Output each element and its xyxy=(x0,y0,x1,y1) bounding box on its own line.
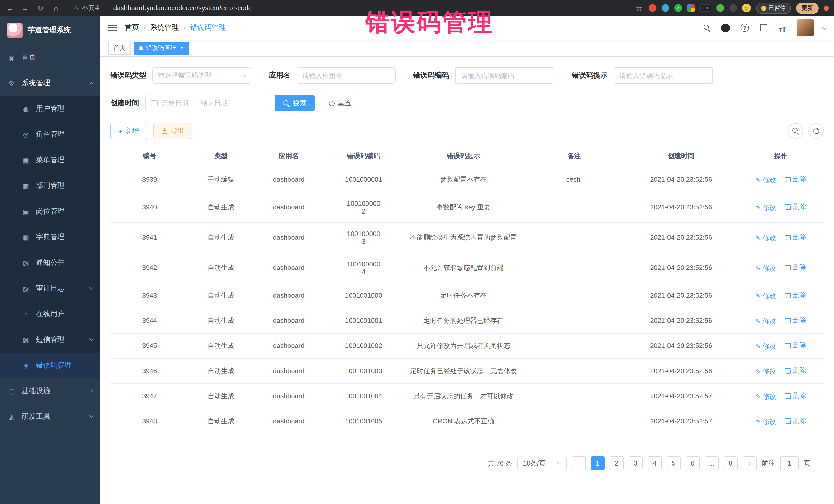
table-row: 3947 自动生成 dashboard 1001001004 只有开启状态的任务… xyxy=(110,384,824,409)
sidebar-item-dictionary[interactable]: ▥ 字典管理 xyxy=(0,224,100,250)
error-type-select[interactable]: 请选择错误码类型 xyxy=(152,67,251,84)
extension-icon[interactable] xyxy=(649,4,656,12)
menu-tree-icon: ▤ xyxy=(22,156,30,164)
toggle-search-button[interactable] xyxy=(788,123,803,138)
sidebar-item-menus[interactable]: ▤ 菜单管理 xyxy=(0,147,100,173)
edit-link[interactable]: ✎ 修改 xyxy=(755,367,776,376)
sidebar-item-infrastructure[interactable]: ▢ 基础设施 xyxy=(0,378,100,404)
extension-puzzle-icon[interactable] xyxy=(729,4,737,12)
help-icon[interactable]: ? xyxy=(740,23,750,33)
github-icon[interactable] xyxy=(721,23,731,33)
edit-link[interactable]: ✎ 修改 xyxy=(755,392,776,401)
delete-link[interactable]: 删除 xyxy=(785,174,806,183)
next-page-button[interactable]: › xyxy=(743,456,756,470)
edit-link[interactable]: ✎ 修改 xyxy=(755,342,776,351)
extension-icon[interactable] xyxy=(662,4,669,12)
edit-link[interactable]: ✎ 修改 xyxy=(755,316,776,326)
edit-link[interactable]: ✎ 修改 xyxy=(755,417,776,426)
error-hint-input[interactable] xyxy=(614,67,713,84)
filter-error-code: 错误码编码 xyxy=(413,67,554,84)
delete-link[interactable]: 删除 xyxy=(785,341,806,350)
page-button-5[interactable]: 5 xyxy=(667,456,681,470)
close-icon[interactable]: × xyxy=(180,45,184,51)
page-button-3[interactable]: 3 xyxy=(629,456,642,470)
home-icon[interactable]: ⌂ xyxy=(51,4,61,12)
search-icon[interactable] xyxy=(702,23,712,33)
sidebar-item-sms[interactable]: ▩ 短信管理 xyxy=(0,327,100,353)
delete-link[interactable]: 删除 xyxy=(785,391,806,400)
page-button-6[interactable]: 6 xyxy=(686,456,700,470)
sidebar-item-roles[interactable]: ◎ 角色管理 xyxy=(0,122,100,147)
delete-link[interactable]: 删除 xyxy=(785,315,806,325)
address-bar[interactable]: dashboard.yudao.iocoder.cn/system/error-… xyxy=(113,4,628,12)
sidebar-item-error-code[interactable]: ◈ 错误码管理 xyxy=(0,353,100,378)
link-label: 修改 xyxy=(763,264,776,273)
sidebar-item-system[interactable]: ⚙ 系统管理 xyxy=(0,70,100,96)
sidebar-item-audit-log[interactable]: ▨ 审计日志 xyxy=(0,276,100,301)
page-button-4[interactable]: 4 xyxy=(648,456,662,470)
fullscreen-icon[interactable] xyxy=(759,23,769,33)
browser-profile-avatar[interactable]: ☺ xyxy=(742,4,751,12)
delete-link[interactable]: 删除 xyxy=(785,263,806,272)
filter-create-time: 创建时间 开始日期 - 结束日期 xyxy=(110,95,268,111)
delete-link[interactable]: 删除 xyxy=(785,290,806,300)
export-button[interactable]: 导出 xyxy=(153,123,192,139)
page-button-2[interactable]: 2 xyxy=(610,456,623,470)
tab-home[interactable]: 首页 xyxy=(108,41,131,54)
delete-link[interactable]: 删除 xyxy=(785,232,806,241)
chrome-update-button[interactable]: 更新 xyxy=(796,2,819,14)
edit-link[interactable]: ✎ 修改 xyxy=(755,264,776,273)
tab-error-code[interactable]: 错误码管理 × xyxy=(134,41,189,54)
sidebar-item-home[interactable]: ◉ 首页 xyxy=(0,45,100,70)
bookmark-star-icon[interactable]: ☆ xyxy=(634,4,643,12)
sidebar-item-devtools[interactable]: ◭ 研发工具 xyxy=(0,404,100,430)
refresh-table-button[interactable] xyxy=(808,123,824,138)
sidebar-item-departments[interactable]: ▦ 部门管理 xyxy=(0,173,100,199)
paused-badge[interactable]: 已暂停 xyxy=(756,2,791,14)
edit-link[interactable]: ✎ 修改 xyxy=(755,175,776,184)
user-avatar[interactable] xyxy=(796,19,814,37)
error-code-input[interactable] xyxy=(455,67,554,84)
app-logo[interactable]: 芋道管理系统 xyxy=(0,16,100,45)
search-button[interactable]: 搜索 xyxy=(275,95,314,111)
security-indicator[interactable]: ⚠ 不安全 xyxy=(73,4,101,12)
cell-code: 100100000 3 xyxy=(324,222,403,253)
delete-link[interactable]: 删除 xyxy=(785,366,806,375)
link-label: 删除 xyxy=(793,366,806,375)
breadcrumb-system[interactable]: 系统管理 xyxy=(150,23,179,32)
hamburger-icon[interactable] xyxy=(108,25,116,31)
sidebar-item-users[interactable]: ◍ 用户管理 xyxy=(0,96,100,122)
delete-link[interactable]: 删除 xyxy=(785,416,806,425)
cell-app: dashboard xyxy=(253,253,324,283)
reset-button[interactable]: 重置 xyxy=(321,95,359,111)
tags-bar: 首页 错误码管理 × xyxy=(100,40,834,57)
breadcrumb-home[interactable]: 首页 xyxy=(125,23,139,32)
font-size-icon[interactable]: TT xyxy=(777,23,788,33)
goto-page-input[interactable] xyxy=(780,456,798,470)
sidebar-item-posts[interactable]: ▣ 岗位管理 xyxy=(0,199,100,224)
extension-icon[interactable] xyxy=(717,4,724,12)
page-button-8[interactable]: 8 xyxy=(724,456,738,470)
delete-link[interactable]: 删除 xyxy=(785,202,806,211)
edit-link[interactable]: ✎ 修改 xyxy=(755,233,776,242)
add-button[interactable]: + 新增 xyxy=(110,123,147,139)
prev-page-button[interactable]: ‹ xyxy=(572,456,586,470)
sidebar-item-notices[interactable]: ▧ 通知公告 xyxy=(0,250,100,276)
extension-grid-icon[interactable] xyxy=(687,4,695,12)
forward-icon[interactable]: → xyxy=(21,4,30,12)
more-pages-button[interactable]: ... xyxy=(705,456,719,470)
app-name-input[interactable] xyxy=(297,67,396,84)
date-range-picker[interactable]: 开始日期 - 结束日期 xyxy=(145,95,268,111)
extension-check-icon[interactable]: ✓ xyxy=(674,4,682,12)
edit-link[interactable]: ✎ 修改 xyxy=(755,291,776,301)
extension-on-badge[interactable]: on xyxy=(700,4,711,12)
sidebar-item-online-users[interactable]: ◌ 在线用户 xyxy=(0,301,100,327)
cell-hint: 定时任务不存在 xyxy=(403,283,524,308)
page-size-select[interactable]: 10条/页 xyxy=(517,456,567,471)
reload-icon[interactable]: ↻ xyxy=(36,4,45,12)
back-icon[interactable]: ← xyxy=(5,4,14,12)
page-button-1[interactable]: 1 xyxy=(591,456,605,470)
sidebar-item-label: 用户管理 xyxy=(36,104,65,113)
edit-link[interactable]: ✎ 修改 xyxy=(755,203,776,212)
chevron-down-icon[interactable] xyxy=(822,25,827,30)
